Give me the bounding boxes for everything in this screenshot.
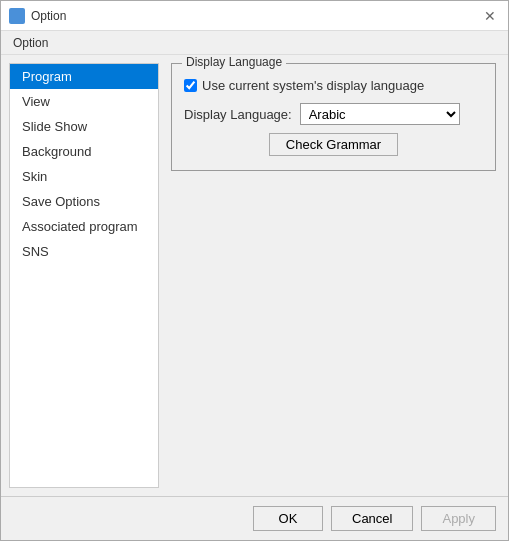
footer: OK Cancel Apply xyxy=(1,496,508,540)
app-icon xyxy=(9,8,25,24)
sidebar-item-save-options[interactable]: Save Options xyxy=(10,189,158,214)
sidebar-item-associated-program[interactable]: Associated program xyxy=(10,214,158,239)
close-button[interactable]: ✕ xyxy=(480,6,500,26)
option-window: Option ✕ Option Program View Slide Show … xyxy=(0,0,509,541)
sidebar-item-slideshow[interactable]: Slide Show xyxy=(10,114,158,139)
sidebar-item-sns[interactable]: SNS xyxy=(10,239,158,264)
cancel-button[interactable]: Cancel xyxy=(331,506,413,531)
title-bar-left: Option xyxy=(9,8,66,24)
language-select-row: Display Language: Arabic English Chinese… xyxy=(184,103,483,125)
sidebar-item-background[interactable]: Background xyxy=(10,139,158,164)
use-system-language-label: Use current system's display language xyxy=(202,78,424,93)
use-system-language-row: Use current system's display language xyxy=(184,78,483,93)
sidebar-item-view[interactable]: View xyxy=(10,89,158,114)
check-grammar-button[interactable]: Check Grammar xyxy=(269,133,398,156)
apply-button[interactable]: Apply xyxy=(421,506,496,531)
window-title: Option xyxy=(31,9,66,23)
sidebar-item-skin[interactable]: Skin xyxy=(10,164,158,189)
menu-bar: Option xyxy=(1,31,508,55)
main-panel: Display Language Use current system's di… xyxy=(159,55,508,496)
sidebar-item-program[interactable]: Program xyxy=(10,64,158,89)
content-area: Program View Slide Show Background Skin … xyxy=(1,55,508,496)
display-language-label: Display Language: xyxy=(184,107,292,122)
ok-button[interactable]: OK xyxy=(253,506,323,531)
group-box-title: Display Language xyxy=(182,55,286,69)
use-system-language-checkbox[interactable] xyxy=(184,79,197,92)
title-bar: Option ✕ xyxy=(1,1,508,31)
display-language-group: Display Language Use current system's di… xyxy=(171,63,496,171)
menu-option[interactable]: Option xyxy=(5,34,56,52)
sidebar: Program View Slide Show Background Skin … xyxy=(9,63,159,488)
language-select[interactable]: Arabic English Chinese Japanese Korean xyxy=(300,103,460,125)
